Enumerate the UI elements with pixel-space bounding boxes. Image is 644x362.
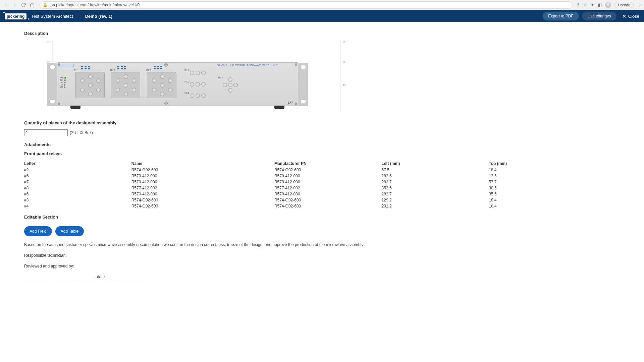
editable-heading: Editable Section xyxy=(24,215,620,220)
attachments-heading: Attachments xyxy=(24,142,620,147)
home-icon[interactable] xyxy=(29,2,36,8)
app-header: pickering Test System Architect Demo (re… xyxy=(0,10,644,22)
use-changes-button[interactable]: Use changes xyxy=(582,12,616,20)
forward-icon[interactable] xyxy=(11,2,18,8)
approved-label: Reviewed and approved by: xyxy=(24,264,620,268)
url-text: tsa.pickeringtest.com/drawing/main/micro… xyxy=(50,3,140,7)
add-table-button[interactable]: Add Table xyxy=(55,226,84,236)
avatar[interactable]: S xyxy=(605,2,611,8)
table-row: #7R570-412-000R570-412-000282.757.7 xyxy=(24,179,620,185)
relays-heading: Front panel relays xyxy=(24,151,620,156)
table-row: #3R574-G02-600R574-G02-600129.218.4 xyxy=(24,197,620,203)
quantity-heading: Quantity of pieces of the designed assem… xyxy=(24,120,620,125)
browser-chrome: 🔒 tsa.pickeringtest.com/drawing/main/mic… xyxy=(0,0,644,10)
table-row: #2R574-G02-600R574-G02-60057.518.4 xyxy=(24,167,620,173)
table-row: #4R574-G02-600R574-G02-600201.218.4 xyxy=(24,203,620,209)
device-diagram: 3U 2U 1U 3U 2U 1U 60-XXX 2U LXI CUSTOM M… xyxy=(52,40,341,110)
status-leds: PWR RDY ERR LAN ACT xyxy=(60,77,68,88)
confirm-text: Based on the attached customer specific … xyxy=(24,242,620,247)
lock-icon: 🔒 xyxy=(43,3,48,7)
table-row: #6R570-412-000R570-412-000282.735.5 xyxy=(24,191,620,197)
extensions-icon[interactable]: ✦ xyxy=(591,2,594,7)
table-row: #5R570-412-000R570-412-000282.613.6 xyxy=(24,173,620,179)
add-field-button[interactable]: Add Field xyxy=(24,226,52,236)
url-bar[interactable]: 🔒 tsa.pickeringtest.com/drawing/main/mic… xyxy=(40,1,572,9)
share-icon[interactable]: ⇪ xyxy=(576,2,580,7)
export-pdf-button[interactable]: Export to PDF xyxy=(543,12,579,20)
app-title: Test System Architect xyxy=(31,14,73,19)
logo: pickering xyxy=(5,14,26,19)
quantity-note: (2U LXI Box) xyxy=(70,130,93,135)
close-icon: ✕ xyxy=(623,14,626,19)
reload-icon[interactable] xyxy=(20,2,27,8)
panel-icon[interactable]: ◧ xyxy=(598,2,602,7)
menu-icon[interactable]: ⋮ xyxy=(637,2,641,7)
quantity-input[interactable] xyxy=(24,129,68,136)
doc-title: Demo (rev. 1) xyxy=(85,14,112,19)
description-heading: Description xyxy=(24,31,620,36)
update-button[interactable]: Update xyxy=(614,2,634,8)
signature-line: _______________________________ . date__… xyxy=(24,275,620,279)
relay-table: Letter Name Manufacturer PN Left (mm) To… xyxy=(24,160,620,209)
table-row: #8R577-412-002R577-412-002353.630.5 xyxy=(24,185,620,191)
back-icon[interactable] xyxy=(3,2,9,8)
star-icon[interactable]: ☆ xyxy=(583,2,587,7)
tech-label: Responsible technician: xyxy=(24,253,620,258)
close-button[interactable]: ✕Close xyxy=(623,14,639,19)
